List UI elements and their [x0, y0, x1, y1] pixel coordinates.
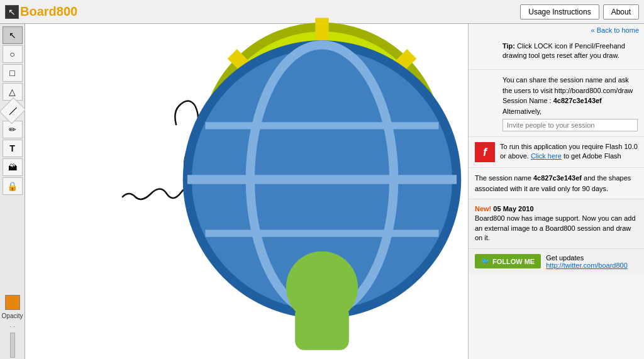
- right-panel: « Back to home Ti: [468, 24, 644, 359]
- main-area: ↖ ○ □ △ — ✏ T 🏔 🔒 Opacity · ·: [0, 24, 644, 359]
- globe-icon: [475, 75, 497, 97]
- share-section: You can share the session name and ask t…: [469, 70, 644, 137]
